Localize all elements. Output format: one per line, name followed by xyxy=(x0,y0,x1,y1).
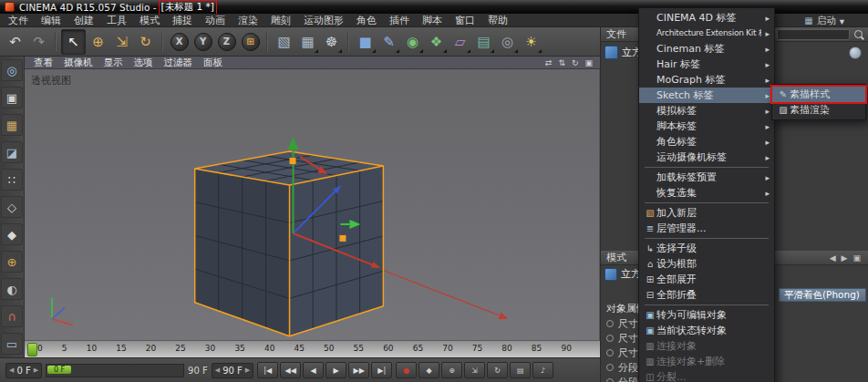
submenu-item[interactable]: ✎ 素描样式 xyxy=(772,87,865,102)
viewport-menu-item[interactable]: 摄像机 xyxy=(58,57,98,69)
live-selection-tool[interactable]: ↖ xyxy=(61,29,86,55)
keyframe-dot-icon[interactable] xyxy=(606,349,614,356)
context-menu-item[interactable]: ▧ 加入新层 xyxy=(639,205,774,221)
context-menu-item[interactable]: ▣ 转为可编辑对象 xyxy=(639,307,774,323)
menu-item[interactable]: 模式 xyxy=(133,14,166,27)
viewport-zoom-icon[interactable]: ⇅ xyxy=(558,58,565,67)
context-menu-item[interactable]: Sketch 标签 ▸ xyxy=(639,88,774,103)
keyframe-dot-icon[interactable] xyxy=(606,320,614,327)
range-end-spinner[interactable]: ◀ 90 F ▶ xyxy=(212,363,253,378)
layout-selector[interactable]: ▦ 启动 ▾ xyxy=(804,14,844,27)
context-menu-item[interactable]: 恢复选集 ▸ xyxy=(639,185,774,201)
environment-button[interactable]: ▤ xyxy=(472,30,495,54)
move-tool[interactable]: ⊕ xyxy=(87,30,109,54)
gizmo-handle-square[interactable] xyxy=(290,158,296,164)
make-editable-icon[interactable]: ◎ xyxy=(1,59,23,81)
menu-item[interactable]: 窗口 xyxy=(449,14,481,27)
viewport-menu-item[interactable]: 查看 xyxy=(28,57,58,69)
workplane-mode-icon[interactable]: ◪ xyxy=(1,141,23,163)
menu-item[interactable]: 工具 xyxy=(100,14,133,27)
record-parameter-button[interactable]: ▤ xyxy=(510,362,531,378)
search-icon[interactable] xyxy=(854,30,863,38)
viewport-toggle-icon[interactable]: ▣ xyxy=(584,58,593,67)
keyframe-dot-icon[interactable] xyxy=(606,378,614,382)
keyframe-dot-icon[interactable] xyxy=(606,335,614,342)
timeline-slider-handle[interactable]: 0 F xyxy=(47,366,71,374)
menu-item[interactable]: 雕刻 xyxy=(264,14,297,27)
viewport-rotate-icon[interactable]: ↻ xyxy=(572,58,579,67)
rotate-tool[interactable]: ↻ xyxy=(134,30,157,54)
timeline-playhead[interactable] xyxy=(27,343,37,356)
context-menu-item[interactable]: 运动摄像机标签 ▸ xyxy=(639,150,774,165)
menu-item[interactable]: 编辑 xyxy=(35,14,67,27)
spinner-left-icon[interactable]: ◀ xyxy=(9,367,14,374)
context-menu-item[interactable]: 脚本标签 ▸ xyxy=(639,119,774,134)
menu-item[interactable]: 动画 xyxy=(199,14,232,27)
enable-axis-icon[interactable]: ⊕ xyxy=(1,251,23,273)
redo-icon[interactable]: ↷ xyxy=(27,30,50,54)
context-menu-item[interactable]: MoGraph 标签 ▸ xyxy=(639,72,774,88)
context-menu-item[interactable]: 模拟标签 ▸ xyxy=(639,103,774,119)
previous-key-button[interactable]: ◀◀ xyxy=(280,362,301,378)
z-axis-lock-button[interactable]: Z xyxy=(215,30,238,54)
autokey-button[interactable]: ◆ xyxy=(418,362,439,378)
viewport-solo-icon[interactable]: ◐ xyxy=(1,278,23,300)
history-back-icon[interactable]: ◀ xyxy=(830,253,836,263)
context-menu-item[interactable]: ≣ 层管理器... xyxy=(639,221,774,236)
context-menu-item[interactable]: ⊞ 全部展开 xyxy=(639,272,774,287)
menu-item[interactable]: 运动图形 xyxy=(297,14,350,27)
cube-object[interactable] xyxy=(195,151,384,336)
go-to-end-button[interactable]: ▶| xyxy=(371,362,392,378)
record-button[interactable]: ● xyxy=(396,362,417,378)
workplane-lock-icon[interactable]: ▭ xyxy=(1,333,23,355)
menu-item[interactable]: 插件 xyxy=(383,14,416,27)
context-menu-item[interactable]: ⌂ 设为根部 xyxy=(639,256,774,272)
spline-pen-button[interactable]: ✎ xyxy=(377,30,400,54)
timeline-ruler[interactable]: 051015202530354045505560657075808590 xyxy=(25,340,600,357)
spinner-right-icon[interactable]: ▶ xyxy=(245,367,250,374)
render-settings-button[interactable]: ☸ xyxy=(320,30,343,54)
add-cube-button[interactable]: ■ xyxy=(354,30,377,54)
context-menu-item[interactable]: Hair 标签 ▸ xyxy=(639,57,774,72)
menu-item[interactable]: 渲染 xyxy=(232,14,264,27)
y-axis-lock-button[interactable]: Y xyxy=(191,30,214,54)
viewport-menu-item[interactable]: 选项 xyxy=(129,57,159,69)
camera-button[interactable]: ◎ xyxy=(496,30,519,54)
viewport-menu-item[interactable]: 显示 xyxy=(98,57,129,69)
texture-mode-icon[interactable]: ▦ xyxy=(1,114,23,136)
spinner-left-icon[interactable]: ◀ xyxy=(215,367,220,374)
history-forward-icon[interactable]: ▶ xyxy=(842,253,848,263)
spinner-right-icon[interactable]: ▶ xyxy=(34,367,38,374)
keyframe-dot-icon[interactable] xyxy=(606,364,614,371)
context-menu-item[interactable]: 角色标签 ▸ xyxy=(639,134,774,150)
context-menu-item[interactable]: Architecture Extension Kit 标签 ▸ xyxy=(639,26,774,41)
context-menu-item[interactable]: 加载标签预置 ▸ xyxy=(639,170,774,185)
phong-shading-row[interactable]: 平滑着色(Phong) xyxy=(779,288,866,302)
record-scale-button[interactable]: ⇲ xyxy=(464,362,485,378)
menu-item[interactable]: 帮助 xyxy=(481,14,514,27)
current-frame-spinner[interactable]: ◀ 0 F ▶ xyxy=(5,363,42,378)
next-key-button[interactable]: ▶▶ xyxy=(348,362,369,378)
gizmo-handle-square[interactable] xyxy=(339,235,346,242)
object-manager-file-menu[interactable]: 文件 xyxy=(606,27,626,41)
viewport-canvas[interactable]: 透视视图 xyxy=(25,69,600,341)
play-backwards-button[interactable]: ◀ xyxy=(303,362,324,378)
context-menu-item[interactable]: ▣ 当前状态转对象 xyxy=(639,323,774,338)
points-mode-icon[interactable]: ∷ xyxy=(1,169,23,191)
polygons-mode-icon[interactable]: ◆ xyxy=(1,223,23,245)
render-picture-viewer-button[interactable]: ▦ xyxy=(296,30,319,54)
model-mode-icon[interactable]: ▣ xyxy=(1,87,23,108)
x-axis-lock-button[interactable]: X xyxy=(168,30,191,54)
record-rotation-button[interactable]: ↻ xyxy=(487,362,508,378)
search-input[interactable] xyxy=(777,29,850,40)
menu-item[interactable]: 捕捉 xyxy=(166,14,199,27)
coordinate-system-button[interactable]: ⊞ xyxy=(239,30,262,54)
deformer-button[interactable]: ▱ xyxy=(449,30,471,54)
snap-icon[interactable]: ∩ xyxy=(1,305,23,327)
attribute-manager-mode-menu[interactable]: 模式 xyxy=(606,251,626,264)
submenu-item[interactable]: ▨ 素描渲染 xyxy=(772,102,865,118)
light-button[interactable]: ☀ xyxy=(520,30,542,54)
context-menu-item[interactable]: CINEMA 4D 标签 ▸ xyxy=(639,10,774,26)
viewport-menu-item[interactable]: 面板 xyxy=(198,57,228,69)
undo-icon[interactable]: ↶ xyxy=(4,30,26,54)
